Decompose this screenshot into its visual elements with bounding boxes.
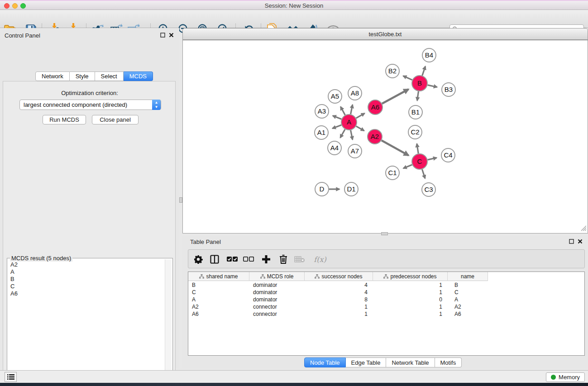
close-panel-icon[interactable] <box>578 239 583 244</box>
graph-edge-A-A8[interactable] <box>351 105 353 114</box>
run-mcds-button[interactable]: Run MCDS <box>43 115 86 124</box>
graph-edge-C-C3[interactable] <box>422 169 425 178</box>
mcds-tab-content: Optimization criterion: largest connecte… <box>3 81 176 386</box>
column-header-mcds-role[interactable]: MCDS role <box>249 272 305 281</box>
vertical-splitter-handle[interactable] <box>179 197 182 203</box>
graph-edge-C-C2[interactable] <box>417 144 418 154</box>
column-header-shared-name[interactable]: shared name <box>188 272 249 281</box>
desktop-background <box>0 383 588 386</box>
mcds-result-item[interactable]: B <box>8 276 163 283</box>
graph-edge-B-B4[interactable] <box>422 67 425 76</box>
app-titlebar: Session: New Session <box>0 0 588 10</box>
network-canvas[interactable]: AA1A2A3A4A5A6A7A8BB1B2B3B4CC1C2C3C4DD1 <box>183 40 588 232</box>
table-cell[interactable]: 1 <box>373 310 448 318</box>
graph-edge-A-A3[interactable] <box>333 116 341 119</box>
table-cell[interactable]: 1 <box>305 310 373 318</box>
tab-motifs[interactable]: Motifs <box>435 357 462 367</box>
table-cell[interactable]: C <box>448 289 488 296</box>
graph-edge-C-C1[interactable] <box>403 165 412 168</box>
add-column-icon[interactable] <box>260 253 272 265</box>
float-panel-icon[interactable] <box>160 33 165 38</box>
criterion-dropdown[interactable]: largest connected component (directed) ▲… <box>19 100 161 110</box>
mcds-result-item[interactable]: A2 <box>8 261 163 268</box>
graph-edge-A-A7[interactable] <box>351 130 353 140</box>
graph-edge-C-C4[interactable] <box>428 158 437 160</box>
table-cell[interactable]: A2 <box>448 303 488 310</box>
column-header-name[interactable]: name <box>448 272 488 281</box>
graph-edge-A-A4[interactable] <box>340 129 345 138</box>
tab-mcds[interactable]: MCDS <box>124 71 153 81</box>
select-all-icon[interactable] <box>226 253 238 265</box>
deselect-all-icon[interactable] <box>243 253 254 265</box>
delete-table-icon[interactable] <box>294 253 306 265</box>
table-cell[interactable]: connector <box>249 303 305 310</box>
graph-edge-A2-C[interactable] <box>382 140 409 155</box>
graph-edge-A-A6[interactable] <box>356 113 365 118</box>
resize-grip-icon[interactable] <box>581 225 587 231</box>
graph-node-label: A3 <box>318 107 326 115</box>
table-header-row: shared name MCDS role successor nodes pr… <box>188 272 488 281</box>
column-header-successor-nodes[interactable]: successor nodes <box>305 272 373 281</box>
tab-network-table[interactable]: Network Table <box>386 357 435 367</box>
table-cell[interactable]: B <box>188 281 249 289</box>
table-cell[interactable]: dominator <box>249 296 305 303</box>
table-cell[interactable]: A6 <box>188 310 249 318</box>
table-row[interactable]: Cdominator41C <box>188 289 488 296</box>
mcds-result-item[interactable]: C <box>8 283 163 290</box>
table-cell[interactable]: 1 <box>305 303 373 310</box>
table-cell[interactable]: A <box>448 296 488 303</box>
status-bar: Memory <box>0 370 588 383</box>
tab-network[interactable]: Network <box>35 71 70 81</box>
control-panel-title: Control Panel <box>5 32 40 39</box>
function-builder-icon[interactable]: f(x) <box>311 253 329 265</box>
mcds-result-item[interactable]: A6 <box>8 290 163 297</box>
float-panel-icon[interactable] <box>569 239 574 244</box>
table-row[interactable]: A6connector11A6 <box>188 310 488 318</box>
table-cell[interactable]: A2 <box>188 303 249 310</box>
table-row[interactable]: A2connector11A2 <box>188 303 488 310</box>
horizontal-splitter-handle[interactable] <box>381 232 388 235</box>
table-cell[interactable]: 4 <box>305 289 373 296</box>
mcds-result-item[interactable]: A <box>8 268 163 276</box>
criterion-value: largest connected component (directed) <box>24 101 127 108</box>
network-window-titlebar[interactable]: testGlobe.txt <box>183 29 588 40</box>
table-row[interactable]: Adominator80A <box>188 296 488 303</box>
tab-node-table[interactable]: Node Table <box>304 357 346 367</box>
table-cell[interactable]: 1 <box>373 303 448 310</box>
graph-edge-A-A5[interactable] <box>340 107 345 115</box>
table-cell[interactable]: B <box>448 281 488 289</box>
graph-edge-B-B2[interactable] <box>403 76 412 80</box>
close-panel-icon[interactable] <box>169 33 174 38</box>
mcds-scrollbar[interactable] <box>165 259 172 386</box>
column-header-predecessor-nodes[interactable]: predecessor nodes <box>373 272 448 281</box>
tab-edge-table[interactable]: Edge Table <box>346 357 387 367</box>
gear-icon[interactable] <box>192 253 204 265</box>
mcds-result-list: A2ABCA6 <box>8 261 163 297</box>
graph-edge-A-A1[interactable] <box>332 125 341 128</box>
graph-edge-B-B3[interactable] <box>428 85 437 87</box>
table-cell[interactable]: 1 <box>373 281 448 289</box>
table-row[interactable]: Bdominator41B <box>188 281 488 289</box>
graph-edge-A-A2[interactable] <box>356 126 364 131</box>
table-cell[interactable]: 1 <box>373 289 448 296</box>
table-cell[interactable]: dominator <box>249 289 305 296</box>
split-view-icon[interactable] <box>209 253 220 265</box>
table-cell[interactable]: dominator <box>249 281 305 289</box>
task-history-button[interactable] <box>5 372 17 382</box>
memory-button[interactable]: Memory <box>546 372 585 382</box>
close-panel-button[interactable]: Close panel <box>92 115 139 124</box>
table-cell[interactable]: A6 <box>448 310 488 318</box>
table-cell[interactable]: 4 <box>305 281 373 289</box>
table-cell[interactable]: 8 <box>305 296 373 303</box>
graph-node-label: C2 <box>411 128 419 136</box>
table-cell[interactable]: A <box>188 296 249 303</box>
table-cell[interactable]: connector <box>249 310 305 318</box>
table-cell[interactable]: 0 <box>373 296 448 303</box>
delete-icon[interactable] <box>277 253 289 265</box>
table-cell[interactable]: C <box>188 289 249 296</box>
graph-edge-A6-B[interactable] <box>382 89 408 104</box>
tab-style[interactable]: Style <box>70 71 95 81</box>
graph-edge-B-B1[interactable] <box>417 91 419 100</box>
node-table[interactable]: shared name MCDS role successor nodes pr… <box>188 272 585 356</box>
tab-select[interactable]: Select <box>95 71 124 81</box>
